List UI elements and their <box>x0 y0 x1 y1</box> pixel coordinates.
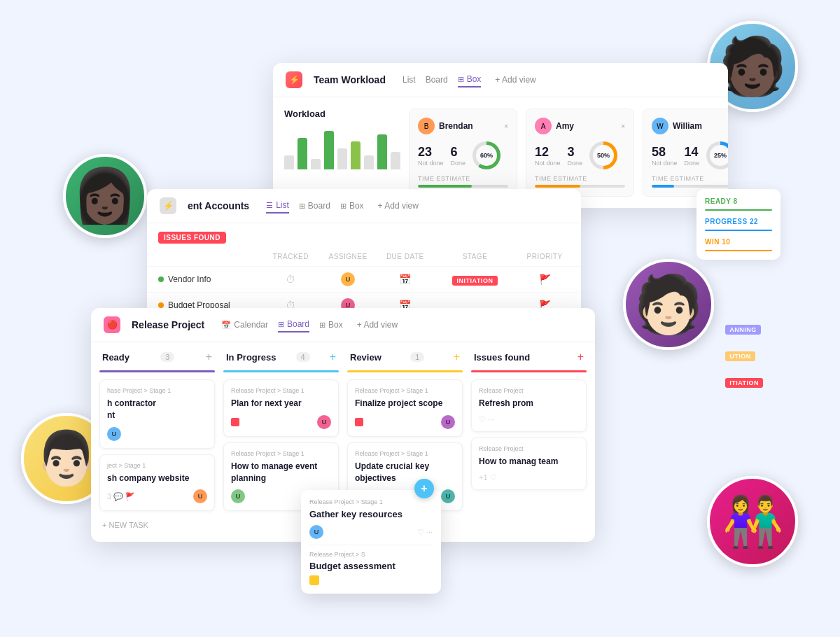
amy-info: A Amy <box>535 118 574 134</box>
floating-avatar: U <box>309 525 323 539</box>
floating-card: Release Project > Stage 1 Gather key res… <box>301 490 441 594</box>
inprogress-add[interactable]: + <box>330 351 336 363</box>
th-assignee: ASSIGNEE <box>323 253 373 260</box>
ready-count: 3 <box>160 352 174 362</box>
bar-8 <box>377 134 387 169</box>
ready-new-task[interactable]: + NEW TASK <box>99 517 215 533</box>
brendan-time: TIME ESTIMATE <box>418 175 508 182</box>
ready-card2-avatar: U <box>193 489 207 503</box>
william-name: William <box>673 121 702 131</box>
bar-2 <box>298 138 307 169</box>
william-header: W William × <box>652 118 728 134</box>
amy-close[interactable]: × <box>621 122 625 130</box>
vendor-due: 📅 <box>380 274 430 285</box>
floating-footer: U ♡ ··· <box>309 525 433 539</box>
release-nav-box[interactable]: ⊞ Box <box>319 318 343 332</box>
brendan-done: 6 Done <box>451 145 466 167</box>
review-title: Review <box>350 352 382 363</box>
release-nav: 📅 Calendar ⊞ Board ⊞ Box + Add view <box>221 317 398 332</box>
review-card1-flag <box>355 418 363 426</box>
accounts-nav-list[interactable]: ☰ List <box>266 198 289 214</box>
card1-flag <box>231 418 239 426</box>
william-progress-bar <box>652 185 728 188</box>
release-title: Release Project <box>132 319 204 330</box>
workload-panel: ⚡ Team Workload List Board ⊞ Box + Add v… <box>273 63 728 208</box>
issues-add[interactable]: + <box>578 351 584 363</box>
brendan-circle: 60% <box>472 141 500 169</box>
release-header: 🔴 Release Project 📅 Calendar ⊞ Board ⊞ B… <box>91 308 595 342</box>
person-card-brendan: B Brendan × 23 Not done 6 Done 60% TIME … <box>409 108 517 197</box>
floating-sub: Release Project > S Budget assessment <box>309 545 433 585</box>
brendan-progress-bar <box>418 185 508 188</box>
floating-dot <box>309 575 319 585</box>
amy-progress-bar <box>535 185 625 188</box>
workload-logo: ⚡ <box>286 71 302 88</box>
nav-add-view[interactable]: + Add view <box>495 73 536 87</box>
nav-box[interactable]: ⊞ Box <box>458 72 482 88</box>
vendor-stage: INITIATION <box>438 273 513 286</box>
william-progress-fill <box>652 185 674 188</box>
floating-title: Gather key resources <box>309 509 433 519</box>
review-count: 1 <box>410 352 424 362</box>
floating-add-btn[interactable]: + <box>414 479 434 498</box>
william-time: TIME ESTIMATE <box>652 175 728 182</box>
accounts-nav-add[interactable]: + Add view <box>378 199 419 213</box>
bar-5 <box>337 148 347 169</box>
bar-3 <box>311 159 321 169</box>
strip-done-label: WIN 10 <box>705 238 772 246</box>
ready-add[interactable]: + <box>206 351 212 363</box>
vendor-clock: ⏱ <box>265 274 316 285</box>
person-card-william: W William × 58 Not done 14 Done 25% TIME… <box>643 108 728 197</box>
bar-4 <box>324 131 334 169</box>
avatar-mid-right: 🧑🏻 <box>623 259 714 350</box>
col-inprogress-header: In Progress 4 + <box>223 351 339 363</box>
strip-ready-bar <box>705 209 772 211</box>
vendor-priority: 🚩 <box>519 274 570 285</box>
ready-card-1: hase Project > Stage 1 h contractornt U <box>99 379 215 449</box>
review-add[interactable]: + <box>454 351 460 363</box>
strip-ready-label: READY 8 <box>705 197 772 205</box>
william-circle: 25% <box>706 141 728 169</box>
amy-name: Amy <box>556 121 574 131</box>
accounts-header: ⚡ ent Accounts ☰ List ⊞ Board ⊞ Box + Ad… <box>147 189 581 223</box>
brendan-close[interactable]: × <box>504 122 508 130</box>
inprogress-bar <box>223 370 339 372</box>
bar-6 <box>351 141 360 169</box>
release-nav-add[interactable]: + Add view <box>357 318 398 332</box>
release-logo: 🔴 <box>104 316 120 333</box>
vendor-assignee: U <box>323 272 373 286</box>
right-strip: READY 8 PROGRESS 22 WIN 10 <box>696 189 780 260</box>
review-bar <box>347 370 463 372</box>
brendan-header: B Brendan × <box>418 118 508 134</box>
workload-title: Team Workload <box>314 74 386 85</box>
th-priority: PRIORITY <box>519 253 570 260</box>
inprogress-count: 4 <box>296 352 310 362</box>
col-issues-header: Issues found + <box>471 351 587 363</box>
ready-card-2: ject > Stage 1 sh company website 3 💬 🚩 … <box>99 454 215 512</box>
issues-title: Issues found <box>474 352 530 363</box>
amy-circle: 50% <box>589 141 617 169</box>
release-nav-board[interactable]: ⊞ Board <box>278 317 309 332</box>
nav-list[interactable]: List <box>402 73 416 87</box>
inprogress-card2-avatar: U <box>231 489 245 503</box>
workload-section-label: Workload <box>284 108 400 119</box>
release-nav-calendar[interactable]: 📅 Calendar <box>221 318 268 332</box>
amy-header: A Amy × <box>535 118 625 134</box>
strip-progress-bar <box>705 230 772 231</box>
accounts-nav-board[interactable]: ⊞ Board <box>299 199 330 213</box>
accounts-nav-box[interactable]: ⊞ Box <box>340 199 364 213</box>
inprogress-card1-avatar: U <box>317 415 331 429</box>
th-name <box>158 253 258 260</box>
accounts-logo: ⚡ <box>160 197 176 214</box>
amy-stats: 12 Not done 3 Done 50% <box>535 141 625 169</box>
amy-done: 3 Done <box>568 145 583 167</box>
floating-sub-project: Release Project > S <box>309 551 433 558</box>
william-stats: 58 Not done 14 Done 25% <box>652 141 728 169</box>
strip-done-bar <box>705 250 772 251</box>
nav-board[interactable]: Board <box>426 73 448 87</box>
badge-anning: ANNING <box>725 325 761 335</box>
accounts-title: ent Accounts <box>188 200 249 211</box>
bar-7 <box>364 155 374 169</box>
william-not-done: 58 Not done <box>652 145 678 167</box>
william-avatar: W <box>652 118 668 134</box>
